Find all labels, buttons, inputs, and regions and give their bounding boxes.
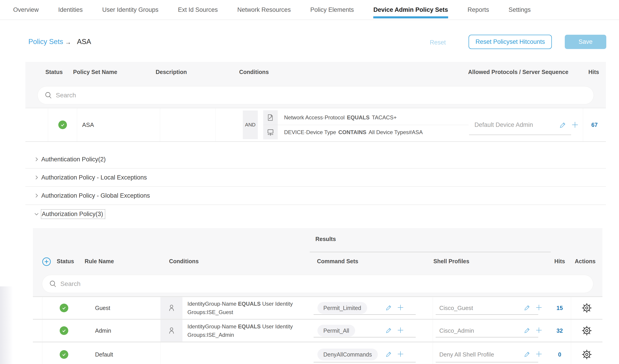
conditions-cell[interactable]: IdentityGroup·Name EQUALS User Identity … [160,320,317,342]
add-icon[interactable] [535,304,543,312]
edit-icon[interactable] [524,304,531,312]
command-set-chip[interactable]: Permit_Limited [317,302,367,314]
expand-cell [33,297,42,319]
policy-set-name[interactable]: ASA [77,108,160,141]
status-enabled-icon [60,350,68,359]
rule-hits[interactable]: 15 [557,305,563,311]
chevron-down-icon [34,211,40,217]
authz-rule-row-admin[interactable]: Admin IdentityGroup·Name EQUALS User Ide… [33,319,603,342]
expand-cell [33,342,42,364]
edit-icon[interactable] [385,350,392,358]
command-sets-cell: DenyAllCommands [317,342,433,364]
condition-row[interactable]: DEVICE·Device Type CONTAINS All Device T… [263,125,469,139]
condition-row[interactable]: Network Access·Protocol EQUALS TACACS+ [263,110,469,125]
page-edge-shadow [0,286,12,364]
breadcrumb-policy-sets-link[interactable]: Policy Sets [28,38,63,46]
rule-hits[interactable]: 0 [558,351,561,358]
condition-text: IdentityGroup·Name EQUALS User Identity … [183,320,310,342]
results-header: Results [33,228,603,255]
edit-icon[interactable] [385,327,392,335]
add-icon[interactable] [397,327,404,335]
search-input[interactable] [56,92,590,99]
add-icon[interactable] [571,121,579,129]
rule-name[interactable]: Default [85,342,160,364]
hits-cell: 15 [549,297,571,319]
col-command-sets: Command Sets [317,258,358,265]
add-icon[interactable] [397,350,404,359]
search-input[interactable] [60,280,589,288]
chevron-right-icon [34,156,40,162]
section-authentication-policy[interactable]: Authentication Policy(2) [25,151,606,168]
edit-icon[interactable] [524,350,531,358]
edit-icon[interactable] [385,304,392,312]
policy-set-hits[interactable]: 67 [591,122,598,128]
field-underline [436,337,538,337]
results-label: Results [315,236,336,242]
hits-cell: 67 [583,108,606,141]
add-icon[interactable] [535,327,543,335]
section-authz-global-exceptions[interactable]: Authorization Policy - Global Exceptions [25,187,606,205]
rule-name[interactable]: Guest [85,297,160,319]
edit-icon[interactable] [524,327,531,335]
condition-operator: AND [243,111,258,139]
tab-network-resources[interactable]: Network Resources [237,0,291,20]
add-icon[interactable] [397,304,404,312]
actions-cell [571,342,603,364]
section-authorization-policy[interactable]: Authorization Policy(3) [25,205,606,223]
shell-profile-value[interactable]: Cisco_Admin [433,327,474,334]
tab-policy-elements[interactable]: Policy Elements [310,0,354,20]
status-cell[interactable] [42,342,85,364]
condition-text: DEVICE·Device Type CONTAINS All Device T… [278,125,423,139]
tab-reports[interactable]: Reports [468,0,489,20]
gear-icon[interactable] [581,325,592,336]
status-cell[interactable] [42,320,85,342]
conditions-cell[interactable]: IdentityGroup·Name EQUALS User Identity … [160,297,317,319]
identity-group-icon [161,297,183,319]
col-description: Description [156,69,187,75]
edit-icon[interactable] [559,121,567,128]
shell-profile-value[interactable]: Cisco_Guest [433,305,473,312]
rule-name[interactable]: Admin [85,320,160,342]
col-rule-name: Rule Name [85,258,114,265]
identity-group-icon [161,320,183,342]
command-set-chip[interactable]: Permit_All [317,325,355,336]
gear-icon[interactable] [581,349,592,360]
chevron-right-icon [34,193,40,198]
conditions-cell [160,342,317,364]
tab-identities[interactable]: Identities [58,0,83,20]
command-sets-cell: Permit_All [317,320,433,342]
page-title: ASA [77,38,91,46]
chevron-right-icon [34,175,40,181]
hits-cell: 32 [549,320,571,342]
protocol-file-icon [263,110,278,125]
gear-icon[interactable] [581,303,592,313]
save-button[interactable]: Save [565,35,606,49]
tab-overview[interactable]: Overview [13,0,39,20]
status-cell[interactable] [42,297,85,319]
tab-ext-id-sources[interactable]: Ext Id Sources [178,0,218,20]
rule-hits[interactable]: 32 [557,327,563,334]
shell-profile-value[interactable]: Deny All Shell Profile [433,351,494,358]
section-authz-local-exceptions[interactable]: Authorization Policy - Local Exceptions [25,168,606,187]
tab-user-identity-groups[interactable]: User Identity Groups [102,0,159,20]
policy-set-row-asa[interactable]: ASA AND Network Access·Protocol EQUALS T… [25,108,606,142]
add-rule-icon[interactable] [42,257,52,267]
policy-set-search[interactable] [37,86,594,104]
protocol-sequence-field[interactable]: Default Device Admin [469,115,571,135]
col-conditions: Conditions [239,69,269,75]
col-allowed-protocols: Allowed Protocols / Server Sequence [468,69,568,75]
reset-button[interactable]: Reset [430,39,446,46]
condition-text: Network Access·Protocol EQUALS TACACS+ [278,110,397,125]
authz-rule-row-default[interactable]: Default DenyAllCommands Deny All Shell P… [33,342,603,364]
authz-search[interactable] [42,275,593,293]
policy-set-table-header: Status Policy Set Name Description Condi… [25,62,606,83]
authz-rule-row-guest[interactable]: Guest IdentityGroup·Name EQUALS User Ide… [33,296,603,319]
search-icon [44,91,53,99]
status-cell[interactable] [48,108,77,141]
col-actions: Actions [575,258,596,265]
reset-policyset-hitcounts-button[interactable]: Reset Policyset Hitcounts [469,35,552,49]
tab-settings[interactable]: Settings [508,0,531,20]
add-icon[interactable] [535,350,543,359]
command-set-chip[interactable]: DenyAllCommands [317,349,378,360]
tab-device-admin-policy-sets[interactable]: Device Admin Policy Sets [373,0,448,20]
